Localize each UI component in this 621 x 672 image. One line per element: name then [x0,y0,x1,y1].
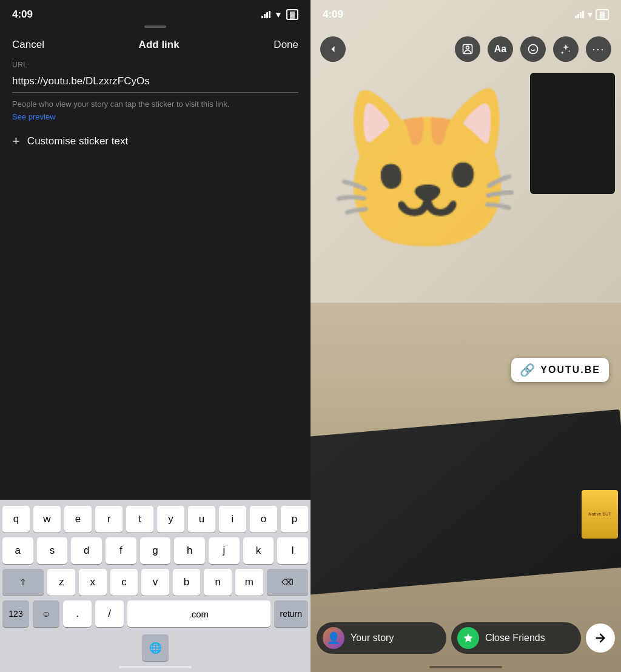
laptop-prop [530,73,615,194]
signal-icon-right [575,11,584,18]
done-button[interactable]: Done [274,39,298,51]
snack-label: Native BUT [588,512,611,517]
notebook-prop [310,409,621,595]
battery-icon-right: ▓ [596,9,609,20]
status-bar-right: 4:09 ▾ ▓ [310,0,621,25]
key-u[interactable]: u [188,506,215,533]
right-panel: Native BUT 🐱 4:09 ▾ ▓ Aa [310,0,621,672]
keyboard-row-3: ⇧ z x c v b n m ⌫ [2,569,308,596]
url-label: URL [12,61,298,69]
key-r[interactable]: r [95,506,123,533]
signal-icon-left [261,11,270,18]
key-x[interactable]: x [79,569,107,596]
key-k[interactable]: k [243,537,274,564]
close-friends-label: Close Friends [485,633,545,643]
text-button[interactable]: Aa [488,36,513,62]
backspace-key[interactable]: ⌫ [267,569,308,596]
battery-icon-left: ▓ [286,9,298,20]
wifi-icon-right: ▾ [588,10,592,19]
key-w[interactable]: w [33,506,61,533]
key-i[interactable]: i [219,506,246,533]
shift-key[interactable]: ⇧ [2,569,44,596]
key-l[interactable]: l [277,537,308,564]
home-indicator-right [429,666,502,668]
key-o[interactable]: o [250,506,277,533]
numbers-key[interactable]: 123 [2,600,29,627]
left-panel: 4:09 ▼ ▓ Cancel Add link Done URL People… [0,0,310,672]
status-bar-left: 4:09 ▼ ▓ [0,0,310,25]
cat-figure: 🐱 [329,79,525,264]
keyboard-row-bottom: 123 ☺ . / .com return [2,600,308,627]
key-v[interactable]: v [141,569,169,596]
drag-handle[interactable] [144,25,166,28]
share-bar: 👤 Your story Close Friends [317,622,615,654]
key-h[interactable]: h [174,537,205,564]
time-left: 4:09 [12,8,33,21]
effects-button[interactable] [553,36,579,62]
avatar: 👤 [323,627,344,649]
key-m[interactable]: m [235,569,263,596]
time-right: 4:09 [323,8,343,21]
send-button[interactable] [586,623,615,653]
home-indicator-left [119,666,192,668]
key-dot[interactable]: . [63,600,92,627]
tag-person-button[interactable] [455,36,480,62]
snack-box-prop: Native BUT [582,490,618,539]
globe-row: 🌐 [2,632,308,668]
customise-label: Customise sticker text [27,135,128,147]
link-icon: 🔗 [520,363,535,377]
key-d[interactable]: d [71,537,102,564]
key-f[interactable]: f [106,537,136,564]
your-story-label: Your story [351,633,394,643]
svg-point-1 [466,46,469,49]
plus-icon: + [12,133,20,149]
status-icons-right: ▾ ▓ [575,9,609,20]
text-icon: Aa [494,44,506,55]
url-section: URL People who view your story can tap t… [0,61,310,121]
key-q[interactable]: q [2,506,30,533]
key-slash[interactable]: / [95,600,124,627]
more-options-button[interactable]: ··· [586,36,611,62]
key-dotcom[interactable]: .com [127,600,270,627]
youtube-sticker[interactable]: 🔗 YOUTU.BE [511,358,609,382]
key-c[interactable]: c [110,569,138,596]
dialog-title: Add link [139,39,180,51]
cancel-button[interactable]: Cancel [12,39,44,51]
keyboard-row-1: q w e r t y u i o p [2,506,308,533]
key-e[interactable]: e [64,506,92,533]
close-friends-icon [457,627,479,649]
sticker-button[interactable] [520,36,546,62]
customise-sticker-row[interactable]: + Customise sticker text [0,121,310,161]
key-n[interactable]: n [204,569,232,596]
status-icons-left: ▼ ▓ [261,9,298,20]
see-preview-link[interactable]: See preview [12,112,298,121]
key-p[interactable]: p [281,506,308,533]
svg-point-2 [529,45,538,54]
wifi-icon-left: ▼ [274,10,283,19]
url-input[interactable] [12,73,298,93]
key-a[interactable]: a [2,537,33,564]
key-z[interactable]: z [47,569,75,596]
keyboard-row-2: a s d f g h j k l [2,537,308,564]
url-hint: People who view your story can tap the s… [12,99,298,110]
globe-key[interactable]: 🌐 [142,634,169,661]
story-toolbar: Aa ··· [310,33,621,66]
keyboard: q w e r t y u i o p a s d f g h j k l ⇧ … [0,500,310,672]
yt-sticker-label: YOUTU.BE [540,365,600,375]
your-story-button[interactable]: 👤 Your story [317,622,446,654]
key-s[interactable]: s [37,537,68,564]
key-g[interactable]: g [140,537,171,564]
key-t[interactable]: t [126,506,153,533]
svg-marker-5 [464,634,473,642]
more-dots-icon: ··· [592,43,605,56]
key-b[interactable]: b [173,569,201,596]
key-j[interactable]: j [209,537,240,564]
emoji-key[interactable]: ☺ [33,600,59,627]
close-friends-button[interactable]: Close Friends [451,622,581,654]
key-y[interactable]: y [157,506,184,533]
back-button[interactable] [320,36,346,62]
add-link-header: Cancel Add link Done [0,34,310,61]
return-key[interactable]: return [274,600,308,627]
